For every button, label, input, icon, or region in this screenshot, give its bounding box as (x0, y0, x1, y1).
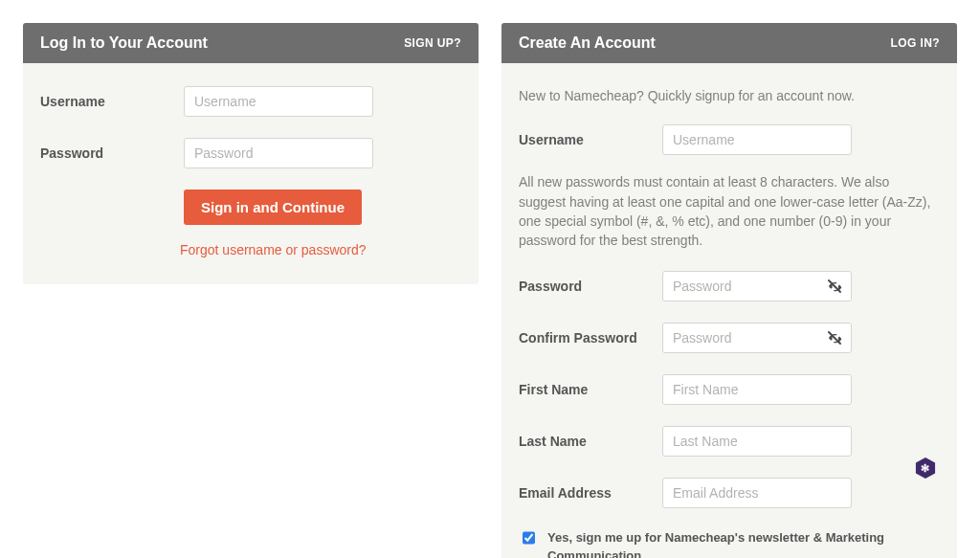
login-panel: Log In to Your Account SIGN UP? Username… (23, 23, 479, 284)
password-help: All new passwords must contain at least … (519, 172, 940, 250)
signup-header: Create An Account LOG IN? (501, 23, 957, 63)
signup-lastname-input[interactable] (662, 426, 852, 457)
login-username-label: Username (40, 94, 184, 109)
login-password-label: Password (40, 145, 184, 161)
signup-intro: New to Namecheap? Quickly signup for an … (519, 86, 940, 105)
signup-password-input[interactable] (662, 271, 852, 301)
forgot-link[interactable]: Forgot username or password? (180, 242, 367, 257)
signup-confirm-label: Confirm Password (519, 330, 662, 346)
eye-slash-icon[interactable] (827, 330, 842, 346)
signup-title: Create An Account (519, 34, 656, 52)
signup-link[interactable]: SIGN UP? (404, 36, 461, 50)
signup-password-label: Password (519, 279, 662, 294)
signup-username-input[interactable] (662, 124, 852, 155)
newsletter-checkbox[interactable] (523, 531, 535, 545)
login-title: Log In to Your Account (40, 34, 208, 52)
signup-username-label: Username (519, 132, 662, 147)
signup-confirm-input[interactable] (662, 323, 852, 353)
signup-firstname-input[interactable] (662, 374, 852, 405)
signin-button[interactable]: Sign in and Continue (184, 190, 362, 225)
newsletter-label: Yes, sign me up for Namecheap's newslett… (547, 529, 940, 558)
login-header: Log In to Your Account SIGN UP? (23, 23, 479, 63)
signup-lastname-label: Last Name (519, 434, 662, 449)
login-password-input[interactable] (184, 138, 373, 168)
login-link[interactable]: LOG IN? (891, 36, 940, 50)
signup-panel: Create An Account LOG IN? New to Nameche… (501, 23, 957, 558)
widget-hex-icon[interactable]: ✻ (915, 457, 936, 480)
eye-slash-icon[interactable] (827, 279, 842, 294)
signup-email-label: Email Address (519, 485, 662, 501)
signup-firstname-label: First Name (519, 382, 662, 397)
signup-email-input[interactable] (662, 478, 852, 508)
login-username-input[interactable] (184, 86, 373, 117)
svg-text:✻: ✻ (921, 462, 929, 474)
